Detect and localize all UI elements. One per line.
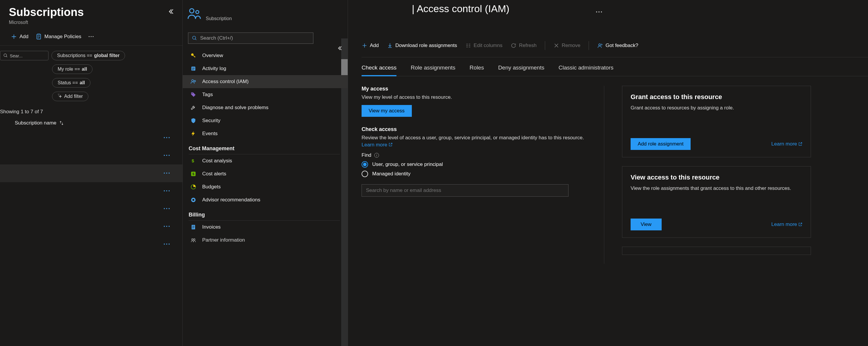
- column-header-name[interactable]: Subscription name: [0, 117, 182, 129]
- learn-more-link[interactable]: Learn more: [771, 221, 802, 227]
- row-actions-icon[interactable]: ···: [163, 152, 170, 159]
- learn-more-link[interactable]: Learn more: [771, 141, 802, 147]
- collapse-left-icon[interactable]: [167, 8, 174, 16]
- row-actions-icon[interactable]: ···: [163, 187, 170, 195]
- toolbar-edit-columns-button[interactable]: Edit columns: [465, 42, 502, 49]
- filter-subscriptions[interactable]: Subscriptions == global filter: [52, 51, 125, 60]
- filter-status-value: all: [80, 80, 85, 86]
- nav-diagnose[interactable]: Diagnose and solve problems: [183, 101, 348, 114]
- nav-advisor[interactable]: Advisor recommendations: [183, 193, 348, 207]
- row-actions-icon[interactable]: ···: [163, 205, 170, 213]
- manage-policies-button[interactable]: Manage Policies: [35, 33, 81, 40]
- check-access-main: My access View my level of access to thi…: [362, 86, 592, 264]
- radio-managed-label: Managed identity: [372, 171, 410, 177]
- tab-deny-assignments[interactable]: Deny assignments: [498, 64, 544, 76]
- nav-label: Cost alerts: [202, 171, 226, 177]
- svg-point-9: [192, 93, 193, 94]
- radio-managed-identity[interactable]: Managed identity: [362, 170, 592, 177]
- svg-point-2: [189, 8, 194, 13]
- nav-label: Diagnose and solve problems: [202, 105, 269, 111]
- toolbar-feedback-button[interactable]: Got feedback?: [597, 42, 638, 49]
- add-filter-button[interactable]: Add filter: [52, 92, 88, 101]
- search-placeholder: Search (Ctrl+/): [200, 35, 233, 41]
- table-row[interactable]: ···: [0, 218, 182, 235]
- more-commands-button[interactable]: ···: [88, 34, 94, 40]
- table-row[interactable]: ···: [0, 164, 182, 182]
- iam-toolbar: Add Download role assignments Edit colum…: [362, 38, 868, 57]
- svg-point-4: [192, 36, 196, 39]
- toolbar-refresh-button[interactable]: Refresh: [510, 42, 536, 49]
- card-grant-access: Grant access to this resource Grant acce…: [622, 86, 811, 157]
- nav-events[interactable]: Events: [183, 127, 348, 140]
- add-label: Add: [20, 34, 28, 40]
- toolbar-download-button[interactable]: Download role assignments: [387, 42, 457, 49]
- svg-point-8: [194, 81, 196, 82]
- subscriptions-title: Subscriptions: [9, 6, 174, 19]
- principal-search-input[interactable]: [362, 184, 568, 197]
- tab-classic-admins[interactable]: Classic administrators: [558, 64, 614, 76]
- subscriptions-subtitle: Microsoft: [9, 20, 174, 25]
- filter-status-prefix: Status ==: [58, 80, 78, 86]
- row-actions-icon[interactable]: ···: [163, 223, 170, 230]
- nav-label: Events: [202, 131, 218, 137]
- nav-group-cost: Cost Management: [183, 140, 348, 154]
- subscriptions-panel: Subscriptions Microsoft Add Manage Polic…: [0, 0, 183, 346]
- nav-tags[interactable]: Tags: [183, 88, 348, 101]
- table-row[interactable]: ···: [0, 147, 182, 164]
- view-my-access-button[interactable]: View my access: [362, 105, 412, 117]
- table-row[interactable]: ···: [0, 235, 182, 253]
- table-row[interactable]: ···: [0, 200, 182, 218]
- filter-status[interactable]: Status == all: [52, 78, 90, 88]
- nav-activity-log[interactable]: Activity log: [183, 62, 348, 75]
- subscriptions-search-input[interactable]: Sear...: [0, 51, 49, 60]
- bolt-icon: [190, 130, 197, 137]
- add-role-assignment-button[interactable]: Add role assignment: [630, 138, 691, 150]
- toolbar-add-button[interactable]: Add: [362, 42, 379, 49]
- row-actions-icon[interactable]: ···: [163, 134, 170, 141]
- more-actions-icon[interactable]: ···: [596, 8, 603, 16]
- add-filter-label: Add filter: [64, 94, 83, 99]
- nav-overview[interactable]: Overview: [183, 49, 348, 62]
- svg-text:$: $: [192, 158, 194, 163]
- resource-menu-search[interactable]: Search (Ctrl+/): [188, 33, 313, 44]
- view-access-button[interactable]: View: [630, 219, 662, 230]
- nav-budgets[interactable]: Budgets: [183, 180, 348, 193]
- filter-role[interactable]: My role == all: [52, 64, 93, 74]
- card-text: View the role assignments that grant acc…: [630, 185, 802, 192]
- toolbar-remove-label: Remove: [562, 42, 580, 49]
- nav-label: Invoices: [202, 224, 221, 230]
- toolbar-feedback-label: Got feedback?: [606, 42, 638, 49]
- row-actions-icon[interactable]: ···: [163, 241, 170, 248]
- partner-icon: [190, 237, 197, 244]
- table-row[interactable]: ···: [0, 129, 182, 147]
- nav-group-billing: Billing: [183, 207, 348, 220]
- people-icon: [187, 6, 202, 21]
- add-subscription-button[interactable]: Add: [11, 33, 28, 40]
- filter-role-value: all: [82, 67, 87, 72]
- radio-user-group[interactable]: User, group, or service principal: [362, 161, 592, 168]
- table-row[interactable]: ···: [0, 182, 182, 200]
- nav-access-control[interactable]: Access control (IAM): [183, 75, 348, 88]
- nav-partner[interactable]: Partner information: [183, 233, 348, 247]
- nav-security[interactable]: Security: [183, 114, 348, 127]
- toolbar-refresh-label: Refresh: [519, 42, 536, 49]
- nav-invoices[interactable]: Invoices: [183, 221, 348, 233]
- nav-label: Access control (IAM): [202, 78, 249, 85]
- tab-role-assignments[interactable]: Role assignments: [411, 64, 455, 76]
- tab-check-access[interactable]: Check access: [362, 64, 397, 76]
- advisor-icon: [190, 196, 197, 203]
- info-icon[interactable]: i: [374, 153, 379, 158]
- nav-cost-analysis[interactable]: $ Cost analysis: [183, 154, 348, 167]
- column-header-label: Subscription name: [15, 120, 57, 126]
- check-access-heading: Check access: [362, 126, 592, 132]
- nav-cost-alerts[interactable]: $ Cost alerts: [183, 167, 348, 180]
- learn-more-link[interactable]: Learn more: [362, 141, 393, 149]
- filter-role-prefix: My role ==: [58, 67, 80, 72]
- log-icon: [190, 65, 197, 72]
- page-title: | Access control (IAM): [412, 3, 509, 14]
- svg-point-7: [192, 80, 194, 82]
- tab-roles[interactable]: Roles: [469, 64, 484, 76]
- row-actions-icon[interactable]: ···: [163, 169, 170, 177]
- toolbar-remove-button[interactable]: Remove: [553, 42, 580, 49]
- key-icon: [190, 52, 197, 59]
